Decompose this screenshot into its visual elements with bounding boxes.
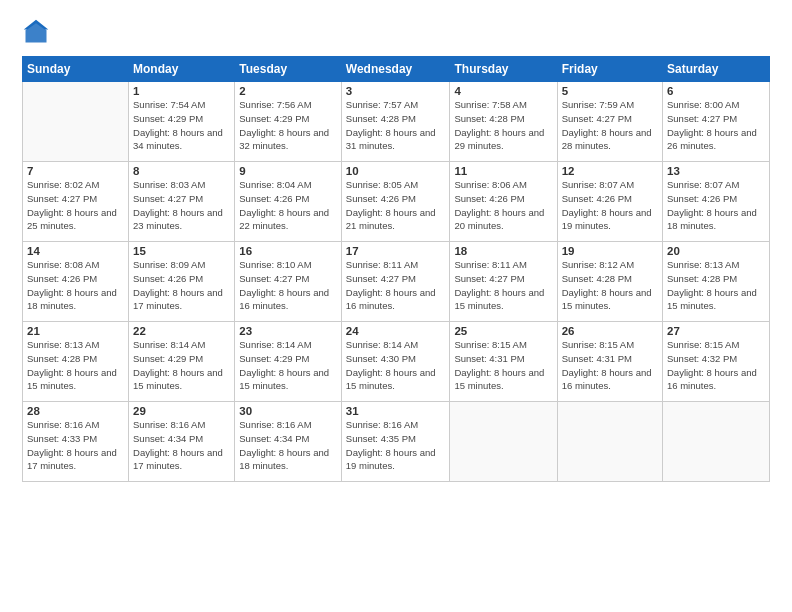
day-number: 5 bbox=[562, 85, 658, 97]
day-info: Sunrise: 8:16 AMSunset: 4:34 PMDaylight:… bbox=[133, 418, 230, 473]
day-info: Sunrise: 8:16 AMSunset: 4:34 PMDaylight:… bbox=[239, 418, 337, 473]
day-number: 19 bbox=[562, 245, 658, 257]
day-info: Sunrise: 7:56 AMSunset: 4:29 PMDaylight:… bbox=[239, 98, 337, 153]
day-number: 2 bbox=[239, 85, 337, 97]
day-number: 8 bbox=[133, 165, 230, 177]
calendar-cell: 23Sunrise: 8:14 AMSunset: 4:29 PMDayligh… bbox=[235, 322, 342, 402]
day-number: 13 bbox=[667, 165, 765, 177]
day-number: 25 bbox=[454, 325, 552, 337]
day-info: Sunrise: 8:16 AMSunset: 4:35 PMDaylight:… bbox=[346, 418, 446, 473]
day-number: 11 bbox=[454, 165, 552, 177]
calendar-cell: 27Sunrise: 8:15 AMSunset: 4:32 PMDayligh… bbox=[663, 322, 770, 402]
calendar-week-1: 7Sunrise: 8:02 AMSunset: 4:27 PMDaylight… bbox=[23, 162, 770, 242]
day-number: 29 bbox=[133, 405, 230, 417]
day-info: Sunrise: 8:11 AMSunset: 4:27 PMDaylight:… bbox=[346, 258, 446, 313]
calendar-cell: 22Sunrise: 8:14 AMSunset: 4:29 PMDayligh… bbox=[129, 322, 235, 402]
calendar-cell bbox=[557, 402, 662, 482]
day-info: Sunrise: 8:00 AMSunset: 4:27 PMDaylight:… bbox=[667, 98, 765, 153]
day-info: Sunrise: 7:58 AMSunset: 4:28 PMDaylight:… bbox=[454, 98, 552, 153]
page: SundayMondayTuesdayWednesdayThursdayFrid… bbox=[0, 0, 792, 612]
day-number: 12 bbox=[562, 165, 658, 177]
day-number: 22 bbox=[133, 325, 230, 337]
calendar-cell: 4Sunrise: 7:58 AMSunset: 4:28 PMDaylight… bbox=[450, 82, 557, 162]
weekday-header-sunday: Sunday bbox=[23, 57, 129, 82]
calendar-cell: 20Sunrise: 8:13 AMSunset: 4:28 PMDayligh… bbox=[663, 242, 770, 322]
calendar-cell: 1Sunrise: 7:54 AMSunset: 4:29 PMDaylight… bbox=[129, 82, 235, 162]
day-number: 26 bbox=[562, 325, 658, 337]
day-number: 9 bbox=[239, 165, 337, 177]
day-info: Sunrise: 8:14 AMSunset: 4:29 PMDaylight:… bbox=[133, 338, 230, 393]
calendar-cell: 10Sunrise: 8:05 AMSunset: 4:26 PMDayligh… bbox=[341, 162, 450, 242]
calendar-cell bbox=[23, 82, 129, 162]
calendar-cell: 14Sunrise: 8:08 AMSunset: 4:26 PMDayligh… bbox=[23, 242, 129, 322]
day-info: Sunrise: 8:13 AMSunset: 4:28 PMDaylight:… bbox=[27, 338, 124, 393]
day-number: 16 bbox=[239, 245, 337, 257]
day-number: 28 bbox=[27, 405, 124, 417]
day-info: Sunrise: 8:07 AMSunset: 4:26 PMDaylight:… bbox=[562, 178, 658, 233]
calendar-cell: 13Sunrise: 8:07 AMSunset: 4:26 PMDayligh… bbox=[663, 162, 770, 242]
calendar-cell: 24Sunrise: 8:14 AMSunset: 4:30 PMDayligh… bbox=[341, 322, 450, 402]
calendar-cell: 21Sunrise: 8:13 AMSunset: 4:28 PMDayligh… bbox=[23, 322, 129, 402]
day-info: Sunrise: 7:54 AMSunset: 4:29 PMDaylight:… bbox=[133, 98, 230, 153]
calendar-cell: 19Sunrise: 8:12 AMSunset: 4:28 PMDayligh… bbox=[557, 242, 662, 322]
day-number: 30 bbox=[239, 405, 337, 417]
weekday-header-wednesday: Wednesday bbox=[341, 57, 450, 82]
calendar-cell: 16Sunrise: 8:10 AMSunset: 4:27 PMDayligh… bbox=[235, 242, 342, 322]
calendar-cell: 6Sunrise: 8:00 AMSunset: 4:27 PMDaylight… bbox=[663, 82, 770, 162]
day-info: Sunrise: 8:15 AMSunset: 4:31 PMDaylight:… bbox=[454, 338, 552, 393]
calendar-cell: 28Sunrise: 8:16 AMSunset: 4:33 PMDayligh… bbox=[23, 402, 129, 482]
day-number: 18 bbox=[454, 245, 552, 257]
day-number: 21 bbox=[27, 325, 124, 337]
svg-marker-0 bbox=[26, 22, 47, 43]
logo-icon bbox=[22, 18, 50, 46]
calendar-week-4: 28Sunrise: 8:16 AMSunset: 4:33 PMDayligh… bbox=[23, 402, 770, 482]
calendar-cell: 2Sunrise: 7:56 AMSunset: 4:29 PMDaylight… bbox=[235, 82, 342, 162]
logo bbox=[22, 18, 54, 46]
day-info: Sunrise: 8:04 AMSunset: 4:26 PMDaylight:… bbox=[239, 178, 337, 233]
day-info: Sunrise: 8:05 AMSunset: 4:26 PMDaylight:… bbox=[346, 178, 446, 233]
day-info: Sunrise: 8:15 AMSunset: 4:32 PMDaylight:… bbox=[667, 338, 765, 393]
day-info: Sunrise: 8:16 AMSunset: 4:33 PMDaylight:… bbox=[27, 418, 124, 473]
day-info: Sunrise: 8:11 AMSunset: 4:27 PMDaylight:… bbox=[454, 258, 552, 313]
day-number: 4 bbox=[454, 85, 552, 97]
calendar-cell: 5Sunrise: 7:59 AMSunset: 4:27 PMDaylight… bbox=[557, 82, 662, 162]
day-info: Sunrise: 8:09 AMSunset: 4:26 PMDaylight:… bbox=[133, 258, 230, 313]
weekday-header-saturday: Saturday bbox=[663, 57, 770, 82]
day-number: 15 bbox=[133, 245, 230, 257]
calendar-cell bbox=[450, 402, 557, 482]
calendar-cell: 8Sunrise: 8:03 AMSunset: 4:27 PMDaylight… bbox=[129, 162, 235, 242]
day-info: Sunrise: 8:15 AMSunset: 4:31 PMDaylight:… bbox=[562, 338, 658, 393]
day-info: Sunrise: 8:03 AMSunset: 4:27 PMDaylight:… bbox=[133, 178, 230, 233]
weekday-header-monday: Monday bbox=[129, 57, 235, 82]
calendar-cell: 11Sunrise: 8:06 AMSunset: 4:26 PMDayligh… bbox=[450, 162, 557, 242]
weekday-header-row: SundayMondayTuesdayWednesdayThursdayFrid… bbox=[23, 57, 770, 82]
calendar-cell: 30Sunrise: 8:16 AMSunset: 4:34 PMDayligh… bbox=[235, 402, 342, 482]
day-info: Sunrise: 8:08 AMSunset: 4:26 PMDaylight:… bbox=[27, 258, 124, 313]
day-number: 14 bbox=[27, 245, 124, 257]
day-info: Sunrise: 8:10 AMSunset: 4:27 PMDaylight:… bbox=[239, 258, 337, 313]
calendar-week-2: 14Sunrise: 8:08 AMSunset: 4:26 PMDayligh… bbox=[23, 242, 770, 322]
day-number: 20 bbox=[667, 245, 765, 257]
day-number: 31 bbox=[346, 405, 446, 417]
calendar-cell: 31Sunrise: 8:16 AMSunset: 4:35 PMDayligh… bbox=[341, 402, 450, 482]
calendar-table: SundayMondayTuesdayWednesdayThursdayFrid… bbox=[22, 56, 770, 482]
day-number: 7 bbox=[27, 165, 124, 177]
day-info: Sunrise: 8:12 AMSunset: 4:28 PMDaylight:… bbox=[562, 258, 658, 313]
calendar-cell: 25Sunrise: 8:15 AMSunset: 4:31 PMDayligh… bbox=[450, 322, 557, 402]
weekday-header-friday: Friday bbox=[557, 57, 662, 82]
calendar-cell bbox=[663, 402, 770, 482]
day-number: 23 bbox=[239, 325, 337, 337]
calendar-cell: 3Sunrise: 7:57 AMSunset: 4:28 PMDaylight… bbox=[341, 82, 450, 162]
calendar-cell: 26Sunrise: 8:15 AMSunset: 4:31 PMDayligh… bbox=[557, 322, 662, 402]
calendar-cell: 12Sunrise: 8:07 AMSunset: 4:26 PMDayligh… bbox=[557, 162, 662, 242]
day-number: 24 bbox=[346, 325, 446, 337]
calendar-cell: 7Sunrise: 8:02 AMSunset: 4:27 PMDaylight… bbox=[23, 162, 129, 242]
calendar-cell: 15Sunrise: 8:09 AMSunset: 4:26 PMDayligh… bbox=[129, 242, 235, 322]
weekday-header-tuesday: Tuesday bbox=[235, 57, 342, 82]
day-info: Sunrise: 7:59 AMSunset: 4:27 PMDaylight:… bbox=[562, 98, 658, 153]
calendar-cell: 9Sunrise: 8:04 AMSunset: 4:26 PMDaylight… bbox=[235, 162, 342, 242]
weekday-header-thursday: Thursday bbox=[450, 57, 557, 82]
day-number: 27 bbox=[667, 325, 765, 337]
day-number: 3 bbox=[346, 85, 446, 97]
day-number: 6 bbox=[667, 85, 765, 97]
